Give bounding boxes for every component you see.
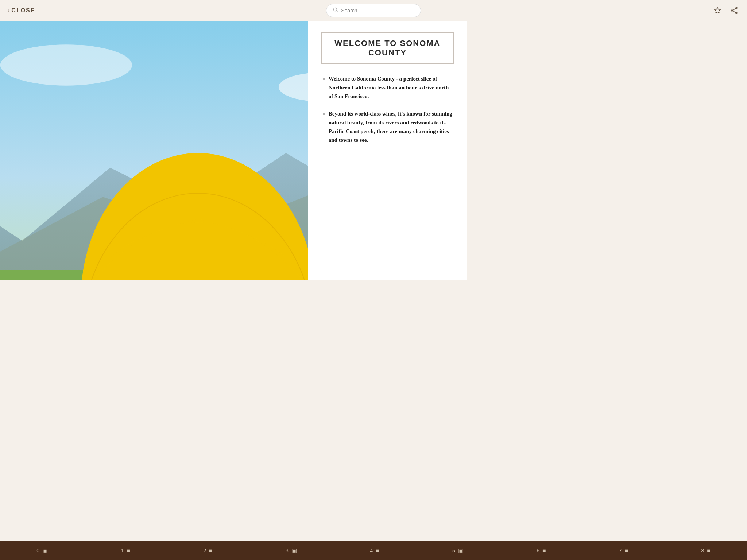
bullet-item-2: Beyond its world-class wines, it's known… (329, 109, 454, 144)
app-header: ‹ CLOSE (0, 0, 467, 21)
chevron-left-icon: ‹ (7, 7, 9, 14)
search-bar[interactable] (326, 4, 421, 17)
content-list: Welcome to Sonoma County - a perfect sli… (321, 74, 454, 280)
panel-title: WELCOME TO SONOMA COUNTY (331, 39, 444, 58)
close-button[interactable]: ‹ CLOSE (7, 7, 35, 14)
svg-line-1 (337, 11, 338, 12)
text-panel: WELCOME TO SONOMA COUNTY Welcome to Sono… (308, 21, 467, 280)
main-content: WELCOME TO SONOMA COUNTY Welcome to Sono… (0, 0, 467, 280)
search-input[interactable] (341, 8, 414, 13)
image-panel (0, 21, 308, 280)
title-box: WELCOME TO SONOMA COUNTY (321, 32, 454, 64)
close-label: CLOSE (11, 7, 35, 14)
svg-point-10 (0, 44, 132, 85)
search-icon (333, 7, 338, 14)
bullet-item-1: Welcome to Sonoma County - a perfect sli… (329, 74, 454, 101)
